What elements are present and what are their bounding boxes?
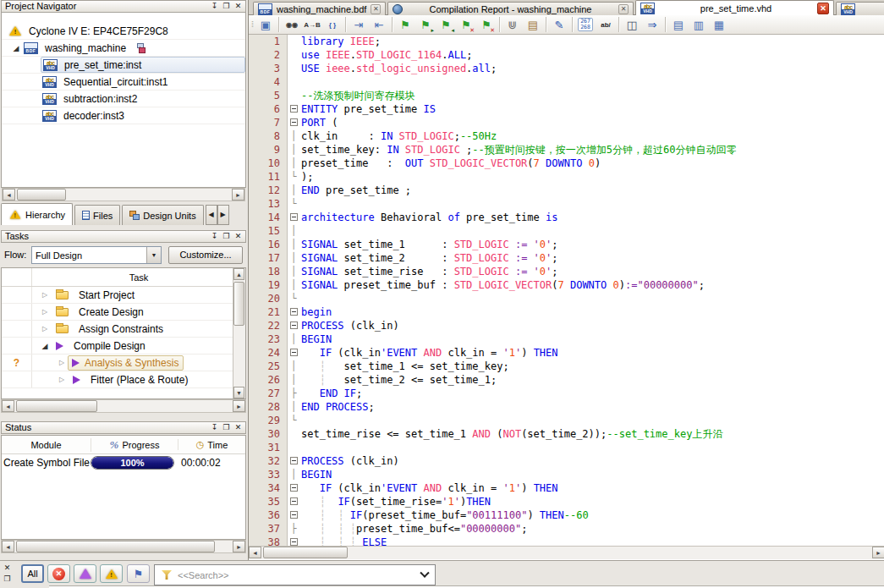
fold-collapse-icon[interactable] xyxy=(290,497,298,505)
filter-warnings-button[interactable]: ! xyxy=(100,564,123,583)
task-row-create-design[interactable]: ▷Create Design xyxy=(2,304,245,321)
fold-marker[interactable] xyxy=(288,102,299,116)
fold-marker[interactable]: │ xyxy=(288,373,299,387)
go-to-bookmark-icon[interactable]: ⇒ xyxy=(643,16,662,33)
fold-marker[interactable] xyxy=(288,319,299,332)
fold-marker[interactable]: ├ xyxy=(288,387,299,400)
code-text[interactable]: PROCESS (clk_in) xyxy=(299,319,399,332)
scroll-right-icon[interactable]: ► xyxy=(232,189,244,201)
fold-marker[interactable] xyxy=(288,454,299,468)
fold-marker[interactable]: │ xyxy=(288,251,299,265)
code-text[interactable]: ENTITY pre_set_time IS xyxy=(299,102,436,116)
code-text[interactable] xyxy=(299,441,301,454)
fold-marker[interactable] xyxy=(288,116,299,129)
fold-collapse-icon[interactable] xyxy=(290,118,298,126)
fold-collapse-icon[interactable] xyxy=(290,321,298,329)
message-search-input[interactable] xyxy=(178,570,415,580)
task-row-analysis-synthesis[interactable]: ?▷Analysis & Synthesis xyxy=(2,354,245,371)
code-text[interactable] xyxy=(299,224,301,238)
code-text[interactable]: PROCESS (clk_in) xyxy=(299,454,399,468)
fold-marker[interactable] xyxy=(288,305,299,319)
fold-marker[interactable]: ├ xyxy=(288,522,299,536)
scroll-left-icon[interactable]: ◄ xyxy=(2,400,14,412)
fold-marker[interactable] xyxy=(288,481,299,495)
fold-marker[interactable]: │ xyxy=(288,265,299,278)
fold-marker[interactable] xyxy=(288,495,299,508)
close-icon[interactable]: ✕ xyxy=(2,563,13,574)
tab-pre-set-time-vhd[interactable]: abcVHDpre_set_time.vhd✕ xyxy=(635,0,834,15)
code-text[interactable]: USE ieee.std_logic_unsigned.all; xyxy=(299,62,497,75)
code-text[interactable]: PORT ( xyxy=(299,116,338,129)
chevron-down-icon[interactable] xyxy=(420,568,429,577)
code-text[interactable]: END IF; xyxy=(299,387,362,400)
code-text[interactable]: SIGNAL preset_time_buf : STD_LOGIC_VECTO… xyxy=(299,278,705,292)
code-text[interactable]: set_time_rise <= set_time_1 AND (NOT(set… xyxy=(299,427,722,441)
fold-marker[interactable]: └ xyxy=(288,170,299,184)
tab-design-units[interactable]: Design Units xyxy=(122,205,203,225)
clear-all-bookmarks-icon[interactable]: ⚑✕ xyxy=(477,16,496,33)
flow-select[interactable]: Full Design ▼ xyxy=(31,246,162,264)
status-horizontal-scrollbar[interactable]: ◄ ► xyxy=(1,540,246,553)
tasks-horizontal-scrollbar[interactable]: ◄ ► xyxy=(1,399,246,413)
fold-marker[interactable] xyxy=(288,346,299,360)
fold-collapse-icon[interactable] xyxy=(290,484,298,492)
replace-icon[interactable]: A→B xyxy=(303,16,321,33)
task-row-start-project[interactable]: ▷Start Project xyxy=(2,287,245,304)
chevron-down-icon[interactable]: ▼ xyxy=(146,247,161,263)
scroll-thumb[interactable] xyxy=(263,547,348,558)
code-text[interactable]: library IEEE; xyxy=(299,35,381,48)
fold-collapse-icon[interactable] xyxy=(290,457,298,464)
code-text[interactable]: architecture Behavioral of pre_set_time … xyxy=(299,211,557,224)
expand-arrow-icon[interactable]: ▷ xyxy=(39,291,51,299)
fold-collapse-icon[interactable] xyxy=(290,349,298,356)
split-window-icon[interactable]: ◫ xyxy=(623,16,641,33)
code-text[interactable] xyxy=(299,414,301,427)
task-row-assign-constraints[interactable]: ▷Assign Constraints xyxy=(2,321,245,338)
navigator-horizontal-scrollbar[interactable]: ◄ ► xyxy=(2,188,245,201)
fold-marker[interactable]: │ xyxy=(288,278,299,292)
fold-collapse-icon[interactable] xyxy=(290,511,298,519)
scroll-left-icon[interactable]: ◄ xyxy=(3,189,15,201)
tab-compilation-report-washing-machine[interactable]: Compilation Report - washing_machine✕ xyxy=(387,2,634,15)
decrease-indent-icon[interactable]: ⇤ xyxy=(370,16,388,33)
pin-icon[interactable]: ↧ xyxy=(209,1,220,12)
record-macro-icon[interactable]: ▤ xyxy=(524,16,542,33)
filter-all-button[interactable]: All xyxy=(21,564,44,583)
expand-arrow-icon[interactable]: ▷ xyxy=(56,359,68,366)
close-icon[interactable]: ✕ xyxy=(233,422,244,433)
code-text[interactable]: set_time_key: IN STD_LOGIC ;--预置时间按键，按一次… xyxy=(299,143,736,157)
code-text[interactable]: --洗涤预制时间寄存模块 xyxy=(299,89,415,102)
fold-collapse-icon[interactable] xyxy=(290,308,298,316)
code-text[interactable]: ┆ ┆ IF(preset_time_buf="00111100") THEN-… xyxy=(299,508,589,522)
code-text[interactable]: ┆ set_time_1 <= set_time_key; xyxy=(299,360,509,373)
expand-arrow-icon[interactable]: ▷ xyxy=(56,376,68,383)
scroll-left-icon[interactable]: ◄ xyxy=(2,541,14,552)
customize-button[interactable]: Customize... xyxy=(168,246,243,264)
code-lines[interactable]: 1library IEEE;2use IEEE.STD_LOGIC_1164.A… xyxy=(249,35,884,546)
tab-close-icon[interactable]: ✕ xyxy=(618,4,629,14)
code-text[interactable]: ┆ set_time_2 <= set_time_1; xyxy=(299,373,497,387)
task-vertical-scrollbar[interactable]: ▲ ▼ xyxy=(233,268,245,398)
fold-marker[interactable]: │ xyxy=(288,184,299,197)
task-row-compile-design[interactable]: ◢Compile Design xyxy=(2,338,245,354)
scroll-right-icon[interactable]: ► xyxy=(872,547,884,558)
fold-collapse-icon[interactable] xyxy=(290,213,298,221)
fold-marker[interactable] xyxy=(288,508,299,522)
code-text[interactable] xyxy=(299,292,301,305)
scroll-right-icon[interactable]: ► xyxy=(233,400,245,412)
template-insert-1-icon[interactable]: ▤ xyxy=(669,16,688,33)
expand-arrow-icon[interactable]: ◢ xyxy=(10,44,22,52)
code-text[interactable] xyxy=(299,75,301,89)
code-text[interactable]: SIGNAL set_time_2 : STD_LOGIC := '0'; xyxy=(299,251,558,265)
scroll-thumb[interactable] xyxy=(16,541,215,552)
message-search-combo[interactable] xyxy=(154,564,436,585)
tree-item-subtraction-inst2[interactable]: abcVHDsubtraction:inst2 xyxy=(2,91,245,107)
code-text[interactable]: clk_in : IN STD_LOGIC;--50Hz xyxy=(299,129,497,143)
fold-marker[interactable]: │ xyxy=(288,224,299,238)
filter-flagged-button[interactable]: ⚑ xyxy=(127,564,150,583)
tree-item-decoder-inst3[interactable]: abcVHDdecoder:inst3 xyxy=(2,107,245,124)
scroll-down-icon[interactable]: ▼ xyxy=(233,387,244,398)
fold-marker[interactable] xyxy=(288,211,299,224)
tab-partial-vhd[interactable]: abcVHD xyxy=(836,2,884,15)
tab-close-icon[interactable]: ✕ xyxy=(371,4,381,14)
